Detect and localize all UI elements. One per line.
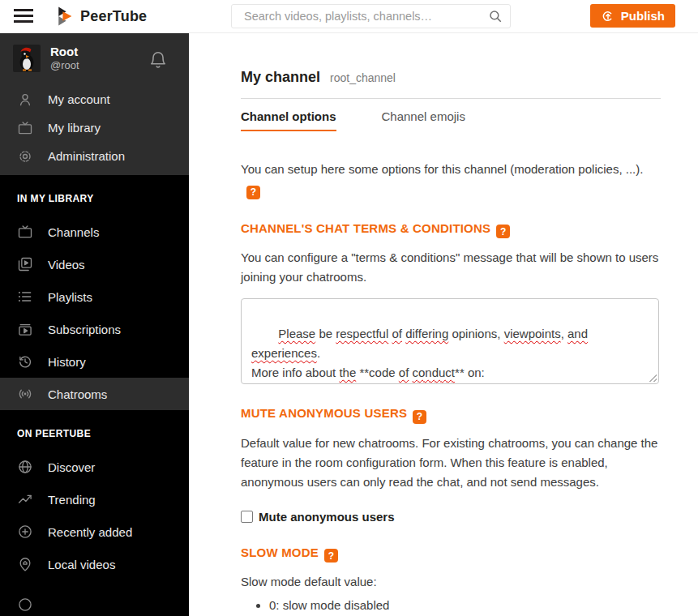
sidebar-item-my-account[interactable]: My account [0,85,189,113]
user-handle: @root [50,60,79,72]
help-icon[interactable]: ? [246,186,260,199]
sidebar-section-list: ChannelsVideosPlaylistsSubscriptionsHist… [0,216,189,410]
sidebar-item-partial[interactable] [0,597,189,616]
sidebar-item-label: Subscriptions [48,323,121,336]
terms-textarea[interactable]: Please be respectful of differing opinio… [241,298,659,384]
sidebar-item-recently-added[interactable]: Recently added [0,515,189,548]
publish-label: Publish [621,9,665,23]
broadcast-icon [17,386,33,402]
map-pin-icon [17,556,33,572]
intro-text: You can setup here some options for this… [241,162,643,176]
sidebar-item-playlists[interactable]: Playlists [0,280,189,313]
terms-heading: CHANNEL'S CHAT TERMS & CONDITIONS? [241,221,661,239]
upload-icon [601,9,615,24]
misspelled-word: experiences [251,346,317,360]
misspelled-word: viewpoints [504,327,561,340]
help-icon[interactable]: ? [413,410,426,424]
terms-description: You can configure a "terms & conditions"… [241,248,661,287]
topbar: PeerTube Publish [0,0,698,33]
user-icon [17,92,33,108]
sidebar-item-chatrooms[interactable]: Chatrooms [0,378,189,410]
plus-circle-icon [17,524,33,540]
misspelled-word: of [399,366,409,379]
mute-checkbox-row: Mute anonymous users [241,510,661,524]
misspelled-word: differing [405,327,448,340]
help-icon[interactable]: ? [324,549,338,563]
slow-mode-heading-text: SLOW MODE [241,545,319,559]
sidebar: Root @root My accountMy libraryAdministr… [0,33,189,616]
sidebar-item-local-videos[interactable]: Local videos [0,548,189,580]
gear-icon [17,148,33,165]
tab-channel-emojis[interactable]: Channel emojis [382,99,465,131]
mute-description: Default value for new chatrooms. For exi… [241,434,661,492]
slow-mode-section: SLOW MODE? Slow mode default value: 0: s… [241,545,661,616]
sidebar-sections: IN MY LIBRARYChannelsVideosPlaylistsSubs… [0,193,189,580]
textarea-text: opinions, [448,327,503,340]
sidebar-item-trending[interactable]: Trending [0,483,189,515]
tv-icon [17,224,33,240]
user-name: Root [50,45,79,58]
textarea-text [588,327,591,340]
sidebar-section-title: ON PEERTUBE [17,428,189,439]
sidebar-item-label: Playlists [48,290,92,304]
mute-section: MUTE ANONYMOUS USERS? Default value for … [241,406,661,524]
mute-anonymous-checkbox[interactable] [241,511,253,523]
brand-name: PeerTube [80,8,147,25]
menu-icon[interactable] [14,9,33,24]
tab-channel-options[interactable]: Channel options [241,99,336,131]
sidebar-item-label: Videos [48,258,85,272]
sidebar-item-label: Administration [48,149,125,163]
misspelled-word: respectful [336,327,388,340]
sidebar-item-discover[interactable]: Discover [0,451,189,483]
sidebar-item-label: Channels [48,225,99,239]
notifications-bell-icon[interactable] [148,49,168,71]
sidebar-item-label: History [48,355,86,369]
publish-button[interactable]: Publish [590,4,675,28]
user-block: Root @root [0,33,189,85]
slow-mode-label: Slow mode default value: [241,572,661,592]
mute-checkbox-label[interactable]: Mute anonymous users [259,510,395,524]
terms-heading-text: CHANNEL'S CHAT TERMS & CONDITIONS [241,221,490,235]
textarea-text: , [561,327,567,340]
misspelled-word: Please [278,327,315,340]
history-icon [17,353,33,370]
help-icon[interactable]: ? [496,225,510,238]
sidebar-item-label: Discover [48,460,95,474]
sidebar-item-subscriptions[interactable]: Subscriptions [0,313,189,345]
info-circle-icon [17,597,33,613]
search-box [231,4,511,28]
videos-icon [17,256,33,272]
slow-mode-list: 0: slow mode disabledAny positive intege… [241,596,661,616]
channel-handle: root_channel [330,71,396,84]
misspelled-word: the [339,366,356,379]
slow-mode-bullet: 0: slow mode disabled [269,596,650,615]
sidebar-item-label: My account [48,92,110,106]
sidebar-item-label: My library [48,121,101,135]
sidebar-item-videos[interactable]: Videos [0,248,189,280]
peertube-logo[interactable]: PeerTube [54,6,147,27]
globe-icon [17,459,33,475]
sidebar-section-title: IN MY LIBRARY [17,193,189,204]
search-icon[interactable] [488,9,503,24]
sidebar-section-list: DiscoverTrendingRecently addedLocal vide… [0,451,189,580]
channel-options-intro: You can setup here some options for this… [241,160,661,199]
subscriptions-icon [17,321,33,337]
resize-handle[interactable] [648,373,657,382]
sidebar-item-my-library[interactable]: My library [0,113,189,142]
avatar[interactable] [13,45,41,72]
search-input[interactable] [231,4,511,28]
misspelled-word: conduct [413,366,456,379]
sidebar-item-administration[interactable]: Administration [0,142,189,170]
slow-mode-heading: SLOW MODE? [241,545,661,563]
sidebar-item-channels[interactable]: Channels [0,216,189,248]
playlists-icon [17,289,33,305]
mute-heading-text: MUTE ANONYMOUS USERS [241,406,407,420]
sidebar-item-label: Trending [48,493,96,507]
textarea-text: be [315,327,336,340]
tv-icon [17,120,33,136]
mute-heading: MUTE ANONYMOUS USERS? [241,406,661,424]
tabs: Channel options Channel emojis [241,99,661,131]
sidebar-item-history[interactable]: History [0,345,189,378]
textarea-text: **code [356,366,399,379]
page-title: My channel [241,69,320,86]
